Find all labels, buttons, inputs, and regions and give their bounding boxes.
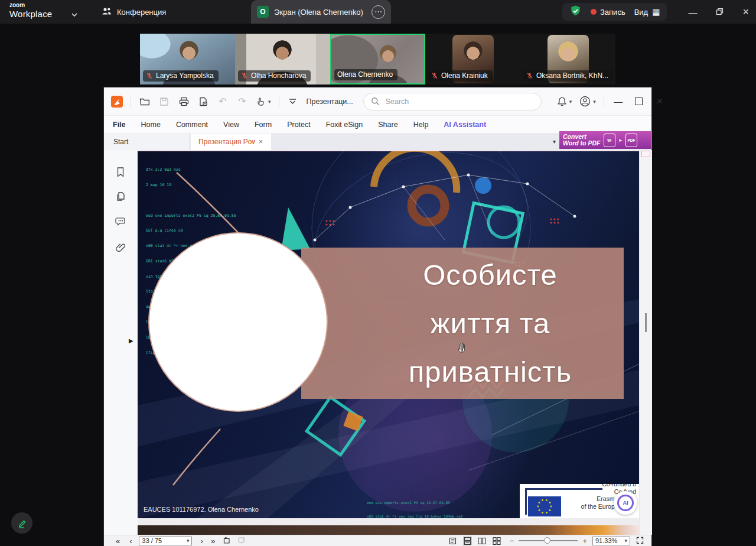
last-page-button[interactable]: » xyxy=(211,537,215,545)
search-box[interactable] xyxy=(363,93,542,110)
next-slide-preview[interactable] xyxy=(138,525,639,535)
participant-name: Olena Chernenko xyxy=(337,70,393,79)
single-page-view-button[interactable] xyxy=(448,537,457,545)
redo-button[interactable]: ↷ xyxy=(236,96,248,108)
mic-muted-icon xyxy=(241,72,248,79)
ai-assistant-floating-button[interactable]: AI xyxy=(614,491,637,515)
foxit-maximize-button[interactable] xyxy=(633,95,646,108)
tab-meeting[interactable]: Конференция xyxy=(102,0,166,24)
tab-start[interactable]: Start xyxy=(104,134,190,150)
tab-screen-share[interactable]: O Экран (Olena Chernenko) ⋯ xyxy=(251,0,391,24)
zoom-slider-knob[interactable] xyxy=(544,537,550,544)
scrollbar-top-handle[interactable] xyxy=(641,151,650,157)
video-tile[interactable]: Larysa Yampolska xyxy=(140,34,235,84)
collapse-toolbar-icon[interactable] xyxy=(287,96,299,108)
screen-share-label: Экран (Olena Chernenko) xyxy=(274,8,363,17)
next-page-button[interactable]: › xyxy=(201,537,203,545)
participant-name-tag: Olha Honcharova xyxy=(238,70,311,82)
page-number-box[interactable]: ▾ xyxy=(139,537,192,545)
print-button[interactable] xyxy=(178,96,190,108)
expand-panel-icon[interactable]: ▶ xyxy=(129,338,133,344)
menu-protect[interactable]: Protect xyxy=(287,121,311,129)
participant-name-tag: Olena Krainiuk xyxy=(428,70,493,82)
tab-list-caret-icon[interactable]: ▾ xyxy=(553,138,556,145)
caret-down-icon[interactable]: ▾ xyxy=(624,538,627,544)
chevron-down-icon[interactable] xyxy=(71,9,78,20)
tab-document[interactable]: Презентация Powe... × xyxy=(191,134,271,150)
divider xyxy=(131,96,131,108)
convert-word-to-pdf-banner[interactable]: Convert Word to PDF W- ▸ PDF xyxy=(559,131,651,149)
next-view-button[interactable] xyxy=(237,536,246,545)
facing-continuous-view-button[interactable] xyxy=(493,537,501,545)
hand-cursor-icon xyxy=(457,342,467,356)
participant-name: Oksana Bortnik, KhN... xyxy=(536,72,608,80)
facing-view-button[interactable] xyxy=(478,537,487,545)
pdf-doc-icon: PDF xyxy=(625,134,637,147)
previous-view-button[interactable] xyxy=(223,536,232,545)
search-input[interactable] xyxy=(384,97,523,106)
document-scrollbar[interactable] xyxy=(639,150,652,535)
video-tile[interactable]: Oksana Bortnik, KhN... xyxy=(520,34,615,84)
view-button[interactable]: Вид ▦ xyxy=(634,7,660,17)
menu-ai-assistant[interactable]: AI Assistant xyxy=(444,121,486,129)
notifications-button[interactable]: ▾ xyxy=(557,96,572,107)
zoom-level-box[interactable]: 91.33% ▾ xyxy=(592,537,630,545)
menu-view[interactable]: View xyxy=(223,121,239,129)
zoom-window-controls: — × xyxy=(688,0,749,24)
document-viewport[interactable]: dfx 2:2 9q1 nse 2 map 16 19 mod exe impo… xyxy=(138,150,639,535)
participant-video-strip: Larysa Yampolska Olha Honcharova Olena C… xyxy=(140,34,615,84)
continuous-view-button[interactable] xyxy=(463,537,472,545)
menu-comment[interactable]: Comment xyxy=(176,121,208,129)
zoom-in-button[interactable]: + xyxy=(582,537,587,545)
foxit-minimize-button[interactable]: — xyxy=(612,95,625,108)
pages-panel-icon[interactable] xyxy=(115,191,126,203)
menu-form[interactable]: Form xyxy=(255,121,272,129)
more-options-icon[interactable]: ⋯ xyxy=(372,5,385,19)
slide-title-panel: Особисте життя та приватність xyxy=(301,248,624,399)
menu-help[interactable]: Help xyxy=(413,121,429,129)
menu-file[interactable]: File xyxy=(113,121,126,129)
restore-button[interactable] xyxy=(716,7,724,17)
fullscreen-button[interactable] xyxy=(636,537,644,545)
menu-share[interactable]: Share xyxy=(378,121,397,129)
recording-indicator[interactable]: Запись xyxy=(591,8,625,17)
zoom-level-value: 91.33% xyxy=(595,537,617,544)
scrollbar-thumb[interactable] xyxy=(645,313,647,332)
account-button[interactable]: ▾ xyxy=(579,96,596,107)
search-icon xyxy=(371,97,380,106)
participant-name: Larysa Yampolska xyxy=(156,72,214,80)
convert-line2: Word to PDF xyxy=(563,139,600,147)
attachments-panel-icon[interactable] xyxy=(115,242,126,254)
undo-button[interactable]: ↶ xyxy=(217,96,229,108)
open-file-button[interactable] xyxy=(139,96,151,108)
document-dropdown[interactable]: Презентаци... xyxy=(307,98,353,106)
bell-icon xyxy=(557,96,567,107)
foxit-close-button[interactable]: × xyxy=(653,95,666,108)
menu-foxit-esign[interactable]: Foxit eSign xyxy=(326,121,363,129)
minimize-button[interactable]: — xyxy=(688,7,697,17)
page-number-input[interactable] xyxy=(141,537,184,545)
security-shield-icon[interactable] xyxy=(569,5,582,20)
video-tile[interactable]: Olha Honcharova xyxy=(235,34,330,84)
maximize-icon xyxy=(635,98,643,105)
menu-home[interactable]: Home xyxy=(141,121,161,129)
tab-document-label: Презентация Powe... xyxy=(198,138,255,146)
tab-close-icon[interactable]: × xyxy=(259,138,263,146)
close-button[interactable]: × xyxy=(742,6,749,18)
video-tile-active-speaker[interactable]: Olena Chernenko xyxy=(330,34,425,84)
zoom-slider[interactable] xyxy=(519,540,578,541)
bookmarks-panel-icon[interactable] xyxy=(115,167,126,178)
annotate-button[interactable] xyxy=(11,512,32,534)
caret-down-icon: ▾ xyxy=(569,99,572,105)
view-label: Вид xyxy=(634,8,649,17)
caret-down-icon[interactable]: ▾ xyxy=(187,538,190,544)
page-setup-button[interactable] xyxy=(197,96,209,108)
previous-page-button[interactable]: ‹ xyxy=(129,537,132,545)
save-button[interactable] xyxy=(158,96,170,108)
caret-down-icon: ▾ xyxy=(593,99,596,105)
video-tile[interactable]: Olena Krainiuk xyxy=(425,34,520,84)
first-page-button[interactable]: « xyxy=(116,537,120,545)
comments-panel-icon[interactable] xyxy=(115,216,126,228)
hand-tool-button[interactable]: ▾ xyxy=(256,96,271,106)
zoom-out-button[interactable]: − xyxy=(510,537,514,545)
